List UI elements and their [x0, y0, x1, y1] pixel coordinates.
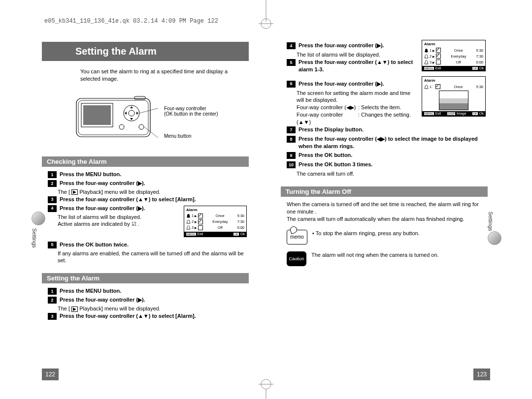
- controller-hint: Four-way controller (▲▼): [297, 111, 358, 126]
- bell-icon: [424, 60, 429, 64]
- chevron-right-icon: [195, 219, 197, 224]
- step-text: Press the Display button.: [299, 126, 364, 132]
- bell-icon: [186, 214, 191, 218]
- step-text: Press the four-way controller (▲▼) to se…: [60, 313, 196, 319]
- camera-label-ok: (OK button in the center): [164, 111, 218, 117]
- section-setting-alarm: Setting the Alarm: [42, 273, 249, 283]
- intro-text: You can set the alarm to ring at a speci…: [42, 68, 249, 83]
- step-text: Press the OK button.: [299, 152, 352, 158]
- step-number: 2: [48, 297, 57, 304]
- step-subtext: Active alarms are indicated by ☑ .: [58, 221, 139, 227]
- step-subtext: The list of alarms will be displayed.: [297, 51, 417, 59]
- crop-mark-top: [259, 0, 273, 30]
- step-text: Press the OK button twice.: [60, 242, 129, 247]
- checkbox-on-icon: [436, 48, 441, 53]
- step-number: 3: [48, 313, 57, 320]
- alarm-time: 7:30: [237, 219, 244, 224]
- alarm-time: 5:30: [476, 48, 483, 53]
- caution-text: The alarm will not ring when the camera …: [311, 251, 486, 259]
- memo-icon: memo: [287, 230, 307, 245]
- sidebar-tab-right: Settings: [488, 212, 500, 256]
- step-subtext: The camera will turn off.: [297, 170, 486, 178]
- step-number: 9: [287, 152, 296, 159]
- checkbox-off-icon: [198, 225, 203, 230]
- lcd-exit: Exit: [435, 112, 441, 115]
- svg-rect-9: [83, 105, 111, 125]
- svg-line-15: [139, 108, 158, 113]
- step-text: Press the MENU button.: [60, 171, 121, 177]
- camera-illustration: Four-way controller (OK button in the ce…: [71, 89, 249, 148]
- bell-icon: [424, 54, 429, 59]
- alarm-mode: Everyday: [451, 54, 466, 59]
- alarm-time: 5:30: [476, 85, 483, 89]
- step-number: 3: [48, 196, 57, 203]
- section-checking-alarm: Checking the Alarm: [42, 156, 249, 167]
- svg-point-11: [129, 110, 134, 116]
- chevron-right-icon: [195, 214, 197, 218]
- alarm-index: 3: [192, 225, 194, 230]
- checkbox-on-icon: [198, 219, 203, 224]
- lcd-exit: Exit: [435, 66, 441, 70]
- tab-dot-icon: [488, 231, 501, 245]
- alarm-edit-lcd: Alarm 1 Once 5:30 MENU Exit DISP Image O…: [422, 76, 486, 117]
- step-text: Press the OK button 3 times.: [299, 161, 372, 167]
- alarm-mode: Off: [218, 225, 223, 230]
- page-title: Setting the Alarm: [42, 42, 249, 61]
- page-number-right: 123: [473, 368, 490, 380]
- alarm-index: 2: [430, 54, 432, 59]
- alarm-index: 3: [430, 60, 432, 64]
- alarm-time: 5:30: [237, 214, 244, 218]
- alarm-mode: Once: [454, 85, 463, 89]
- step-text: Press the four-way controller (▶).: [299, 81, 384, 87]
- file-header: e05_kb341_110_136_41e.qk 03.2.14 4:09 PM…: [44, 18, 218, 25]
- step-number: 5: [48, 242, 57, 248]
- lcd-ok: Ok: [479, 66, 484, 70]
- step-number: 7: [287, 126, 296, 133]
- bell-icon: [424, 48, 429, 53]
- alarm-time: 7:30: [476, 54, 483, 59]
- step-number: 8: [287, 136, 296, 143]
- chevron-right-icon: [432, 48, 435, 53]
- svg-point-13: [139, 124, 144, 129]
- caution-icon: Caution: [287, 251, 306, 266]
- step-text: Press the four-way controller (▶).: [60, 180, 145, 186]
- chevron-right-icon: [195, 225, 197, 230]
- alarm-index: 1: [430, 85, 432, 89]
- setting-steps-cont: 4 Press the four-way controller (▶). The…: [281, 42, 488, 178]
- alarm-time: 0:00: [237, 225, 244, 230]
- step-text: Press the four-way controller (▲▼) to se…: [299, 59, 413, 72]
- lcd-image: Image: [457, 112, 466, 115]
- lcd-title: Alarm: [186, 208, 244, 212]
- step-text: Press the four-way controller (▶).: [60, 205, 145, 211]
- memo-block: memo • To stop the alarm ringing, press …: [287, 230, 486, 245]
- section-turning-off: Turning the Alarm Off: [281, 186, 488, 197]
- menu-key-icon: MENU: [424, 112, 434, 116]
- step-subtext: The [: [58, 306, 70, 311]
- page-123: 4 Press the four-way controller (▶). The…: [281, 42, 488, 376]
- alarm-mode: Everyday: [212, 219, 228, 224]
- controller-hint: Four-way controller (◀▶): [297, 104, 358, 111]
- alarm-mode: Once: [454, 48, 463, 53]
- playback-icon: ▶: [71, 189, 78, 195]
- camera-label-controller: Four-way controller: [164, 106, 206, 111]
- ok-key-icon: OK: [472, 66, 478, 70]
- camera-icon: [71, 89, 160, 148]
- camera-label-menu: Menu button: [164, 133, 218, 139]
- disp-key-icon: DISP: [447, 112, 456, 116]
- lcd-title: Alarm: [424, 42, 483, 46]
- playback-icon: ▶: [71, 307, 78, 312]
- chevron-right-icon: [432, 54, 435, 59]
- checkbox-on-icon: [435, 84, 440, 89]
- step-text: Press the four-way controller (◀▶) to se…: [299, 136, 478, 149]
- image-thumbnail: [439, 91, 468, 110]
- step-number: 4: [48, 205, 57, 212]
- lcd-ok: Ok: [479, 112, 484, 115]
- svg-rect-14: [134, 96, 145, 99]
- step-number: 4: [287, 42, 296, 49]
- checkbox-on-icon: [198, 214, 203, 218]
- checking-steps: 1 Press the MENU button. 2 Press the fou…: [42, 171, 249, 265]
- lcd-title: Alarm: [424, 78, 483, 83]
- sidebar-label: Settings: [32, 228, 37, 248]
- alarm-mode: Off: [456, 60, 461, 64]
- chevron-right-icon: [432, 60, 435, 64]
